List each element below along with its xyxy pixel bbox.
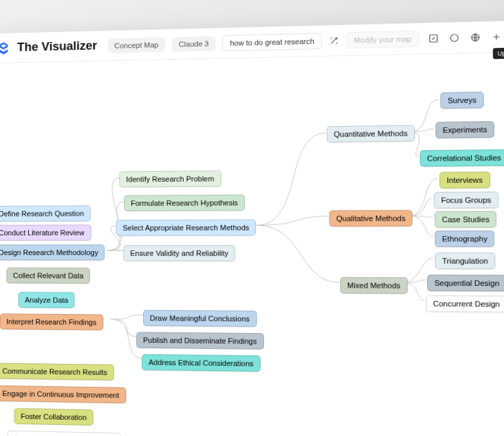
svg-point-1: [451, 34, 459, 41]
node-seq[interactable]: Sequential Design: [427, 275, 504, 292]
node-qual[interactable]: Qualitative Methods: [329, 210, 413, 226]
node-interviews[interactable]: Interviews: [440, 172, 490, 189]
node-select[interactable]: Select Appropriate Research Methods: [116, 220, 257, 236]
node-identify[interactable]: Identify Research Problem: [119, 170, 221, 188]
circle-icon[interactable]: [448, 31, 462, 45]
logo-icon: [0, 41, 10, 55]
node-collect[interactable]: Collect Relevant Data: [7, 268, 91, 284]
plus-icon[interactable]: [490, 30, 504, 44]
node-mixed[interactable]: Mixed Methods: [340, 277, 408, 294]
node-design[interactable]: Design Research Methodology: [0, 245, 105, 260]
node-formulate[interactable]: Formulate Research Hypothesis: [124, 195, 245, 211]
icon-bar: Upload and Visualize PDF: [427, 28, 504, 45]
node-tri[interactable]: Triangulation: [435, 252, 495, 269]
node-ensure[interactable]: Ensure Validity and Reliability: [123, 245, 236, 262]
node-interpret[interactable]: Interpret Research Findings: [0, 313, 103, 330]
globe-icon[interactable]: [468, 30, 482, 44]
modify-input[interactable]: Modify your map: [346, 30, 419, 48]
node-conc[interactable]: Concurrent Design: [426, 295, 504, 312]
node-focus[interactable]: Focus Groups: [434, 191, 499, 208]
node-experiments[interactable]: Experiments: [436, 121, 495, 138]
node-ethno[interactable]: Ethnography: [435, 230, 495, 247]
node-surveys[interactable]: Surveys: [440, 92, 484, 109]
map-canvas[interactable]: Define Research QuestionConduct Literatu…: [0, 51, 504, 436]
node-case[interactable]: Case Studies: [434, 211, 497, 228]
node-quant[interactable]: Quantitative Methods: [327, 125, 415, 143]
node-draw[interactable]: Draw Meaningful Conclusions: [143, 310, 257, 327]
node-engage[interactable]: Engage in Continuous Improvement: [0, 386, 126, 404]
node-critical[interactable]: Develop Critical Thinking Skills: [7, 431, 121, 436]
node-ethics[interactable]: Address Ethical Considerations: [142, 354, 261, 372]
node-foster[interactable]: Foster Collaboration: [14, 408, 94, 426]
node-communicate[interactable]: Communicate Research Results: [0, 363, 114, 381]
node-analyze[interactable]: Analyze Data: [18, 292, 75, 308]
magic-wand-icon[interactable]: [329, 33, 339, 47]
edit-icon[interactable]: [427, 31, 441, 45]
prompt-pill[interactable]: how to do great research: [222, 33, 322, 51]
model-pill[interactable]: Claude 3: [172, 36, 216, 52]
node-corr[interactable]: Correlational Studies: [420, 149, 504, 167]
app-frame: The Visualizer Concept Map Claude 3 how …: [0, 20, 504, 436]
node-define[interactable]: Define Research Question: [0, 205, 91, 222]
app-title: The Visualizer: [17, 39, 97, 54]
node-publish[interactable]: Publish and Disseminate Findings: [136, 332, 264, 349]
mode-pill[interactable]: Concept Map: [108, 37, 165, 52]
node-conduct[interactable]: Conduct Literature Review: [0, 225, 91, 241]
